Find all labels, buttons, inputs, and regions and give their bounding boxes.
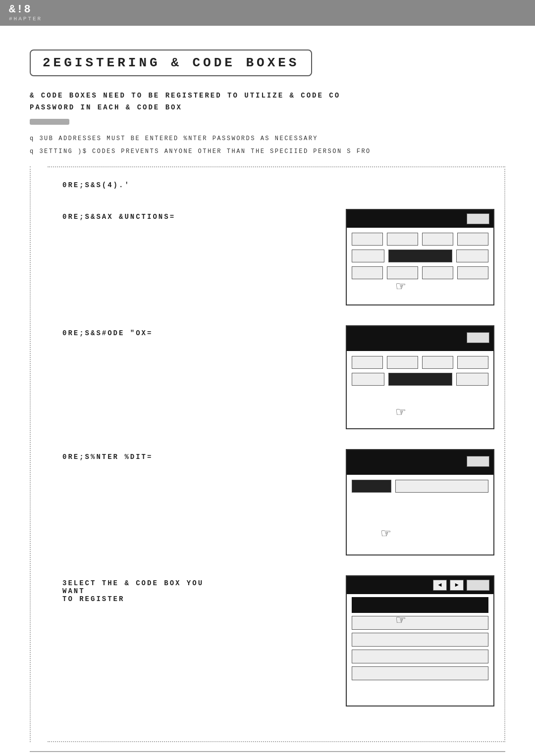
panel-1-row2 (352, 250, 488, 262)
panel-3-rows (347, 475, 493, 493)
mockup-panel-2: ☞ (346, 325, 494, 429)
header-title: &!8 #HAPTER (9, 4, 42, 22)
panel-1-topbtn (467, 213, 489, 224)
hand-cursor-4: ☞ (396, 611, 405, 629)
p1r2-btn2 (388, 250, 452, 262)
bullet-item-2: 3ETTING )$ CODES PREVENTS ANYONE OTHER T… (30, 147, 505, 156)
step-2-text: 0RE;S&SAX &UNCTIONS= (62, 209, 231, 221)
p1r1-btn3 (422, 233, 453, 246)
step-4-row: 0RE;S%NTER %DIT= ☞ (62, 449, 494, 555)
step-5-row: 3ELECT THE & CODE BOX YOU WANT TO REGIST… (62, 575, 494, 706)
panel-2-row2 (352, 373, 488, 386)
main-content: 2EGISTERING & CODE BOXES & CODE BOXES NE… (0, 26, 535, 756)
step-1-row: 0RE;S&S(4).' (62, 177, 494, 189)
chapter-title-box: 2EGISTERING & CODE BOXES (30, 50, 312, 76)
dotted-left (30, 166, 48, 742)
select-row-2[interactable] (352, 633, 488, 647)
p3r1-btn2 (395, 480, 488, 493)
p1r2-btn3 (456, 250, 489, 262)
hand-cursor-2: ☞ (396, 403, 405, 421)
steps-wrapper: 0RE;S&S(4).' 0RE;S&SAX &UNCTIONS= (30, 166, 505, 742)
p1r1-btn4 (457, 233, 488, 246)
step-4-text: 0RE;S%NTER %DIT= (62, 449, 231, 461)
step-1-text: 0RE;S&S(4).' (62, 177, 231, 189)
chapter-title: 2EGISTERING & CODE BOXES (43, 55, 299, 70)
p2r1-btn4 (457, 356, 488, 369)
p1r1-btn2 (387, 233, 418, 246)
left-arrow-btn[interactable]: ◄ (433, 580, 447, 591)
p1r3-btn4 (457, 266, 488, 279)
p2r2-btn3 (456, 373, 489, 386)
p1r3-btn3 (422, 266, 453, 279)
select-topbtn[interactable] (467, 580, 489, 591)
right-arrow-btn[interactable]: ► (450, 580, 464, 591)
panel-3-row1 (352, 480, 488, 493)
page-header: &!8 #HAPTER (0, 0, 535, 26)
page-footer: &!8 #CHAPTER DVANCED &AX &EATURES (30, 751, 505, 756)
select-topbar: ◄ ► (347, 576, 493, 594)
panel-2-rows (347, 351, 493, 386)
p2r2-btn2 (388, 373, 452, 386)
p1r3-btn1 (352, 266, 383, 279)
mockup-panel-1: ☞ (346, 209, 494, 305)
p2r1-btn1 (352, 356, 383, 369)
p1r1-btn1 (352, 233, 383, 246)
select-highlight-bar (352, 597, 488, 613)
panel-1-row3 (352, 266, 488, 279)
select-row-1[interactable] (352, 616, 488, 630)
accent-bar (30, 119, 69, 125)
bullet-item-1: 3UB ADDRESSES MUST BE ENTERED %NTER PASS… (30, 134, 505, 144)
p3r1-btn1 (352, 480, 391, 493)
p2r2-btn1 (352, 373, 384, 386)
panel-3-topbtn (467, 456, 489, 467)
panel-2-topbtn (467, 332, 489, 343)
p2r1-btn2 (387, 356, 418, 369)
panel-1-rows (347, 228, 493, 279)
panel-1-row1 (352, 233, 488, 246)
step-3-text: 0RE;S&S#ODE "OX= (62, 325, 231, 337)
intro-text: & CODE BOXES NEED TO BE REGISTERED TO UT… (30, 90, 505, 114)
steps-content: 0RE;S&S(4).' 0RE;S&SAX &UNCTIONS= (48, 166, 505, 742)
step-5-text: 3ELECT THE & CODE BOX YOU WANT TO REGIST… (62, 575, 231, 603)
hand-cursor-3: ☞ (381, 524, 390, 543)
select-panel: ◄ ► ☞ (346, 575, 494, 706)
p1r2-btn1 (352, 250, 384, 262)
step-3-row: 0RE;S&S#ODE "OX= (62, 325, 494, 429)
p2r1-btn3 (422, 356, 453, 369)
panel-2-row1 (352, 356, 488, 369)
step-2-row: 0RE;S&SAX &UNCTIONS= (62, 209, 494, 305)
mockup-panel-3: ☞ (346, 449, 494, 555)
select-row-3[interactable] (352, 650, 488, 663)
select-row-4[interactable] (352, 666, 488, 680)
select-rows (347, 613, 493, 683)
hand-cursor-1: ☞ (396, 277, 405, 296)
